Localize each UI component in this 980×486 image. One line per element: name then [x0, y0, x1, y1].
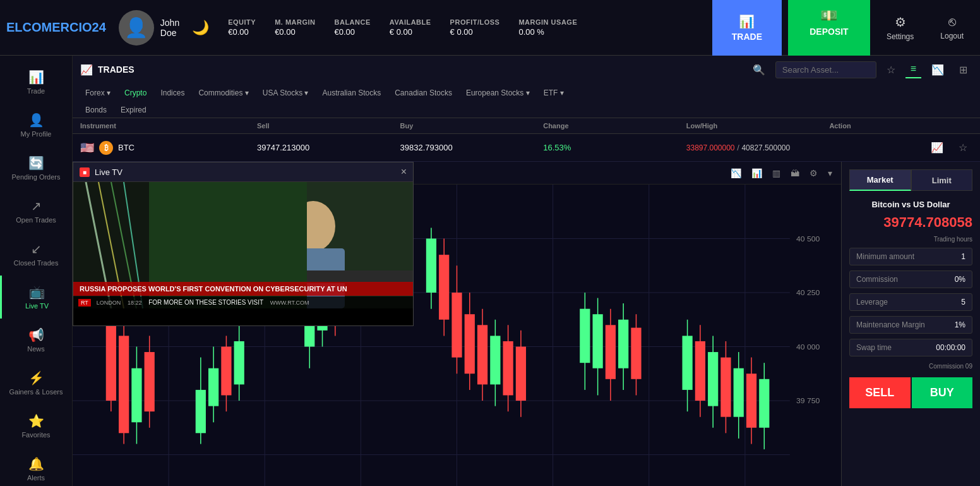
- instrument-cell: 🇺🇸 ₿ BTC: [80, 141, 257, 155]
- expand-chart-button[interactable]: ▾: [824, 166, 836, 180]
- sidebar-item-alerts[interactable]: 🔔 Alerts: [0, 447, 72, 486]
- sidebar-item-closed-trades[interactable]: ↙ Closed Trades: [0, 233, 72, 276]
- grid-view-button[interactable]: ⊞: [954, 61, 972, 78]
- svg-rect-54: [580, 309, 590, 363]
- svg-rect-70: [720, 358, 731, 417]
- star-action-button[interactable]: ☆: [953, 139, 972, 156]
- header: ELCOMERCIO24 👤 John Doe 🌙 EQUITY €0.00 M…: [0, 0, 980, 56]
- sidebar-item-live-tv[interactable]: 📺 Live TV: [0, 276, 72, 319]
- category-row: Forex Crypto Indices Commodities USA Sto…: [73, 83, 980, 102]
- logout-icon: ⎋: [948, 15, 956, 29]
- main-layout: 📊 Trade 👤 My Profile 🔄 Pending Orders ↗ …: [0, 56, 980, 486]
- svg-text:40 000: 40 000: [796, 344, 820, 351]
- cat-canadian-stocks[interactable]: Canadian Stocks: [390, 86, 457, 100]
- logo: ELCOMERCIO24: [6, 20, 106, 35]
- action-icons: 📈 ☆: [829, 139, 972, 156]
- sidebar: 📊 Trade 👤 My Profile 🔄 Pending Orders ↗ …: [0, 56, 73, 486]
- area-chart-button[interactable]: 🏔: [787, 166, 803, 180]
- svg-rect-42: [451, 293, 462, 358]
- stat-margin-usage: MARGIN USAGE 0.00 %: [518, 18, 577, 37]
- svg-rect-18: [131, 368, 141, 423]
- tv-header: ■ Live TV ×: [73, 162, 413, 182]
- sidebar-item-news[interactable]: 📢 News: [0, 319, 72, 361]
- tab-market[interactable]: Market: [849, 169, 911, 191]
- header-stats: EQUITY €0.00 M. MARGIN €0.00 BALANCE €0.…: [228, 18, 712, 37]
- cat-crypto[interactable]: Crypto: [119, 86, 152, 100]
- svg-rect-74: [746, 374, 756, 428]
- settings-button[interactable]: ⚙ Settings: [876, 8, 924, 47]
- cat-forex[interactable]: Forex: [80, 86, 116, 100]
- pair-name: Bitcoin vs US Dollar: [849, 200, 972, 209]
- stat-profit-loss: PROFIT/LOSS € 0.00: [450, 18, 500, 37]
- tab-limit[interactable]: Limit: [911, 169, 973, 191]
- svg-rect-72: [734, 368, 744, 417]
- deposit-icon: 💵: [820, 8, 837, 24]
- sidebar-item-gainers-losers[interactable]: ⚡ Gainers & Losers: [0, 361, 72, 404]
- flag-usa-icon: 🇺🇸: [80, 141, 94, 155]
- tv-close-button[interactable]: ×: [401, 166, 407, 178]
- sidebar-item-favorites[interactable]: ⭐ Favorites: [0, 404, 72, 447]
- svg-text:40 250: 40 250: [796, 289, 820, 296]
- deposit-button[interactable]: 💵 DEPOSIT: [788, 0, 870, 56]
- candle-chart-button[interactable]: 📊: [748, 166, 766, 180]
- table-header: Instrument Sell Buy Change Low/High Acti…: [73, 118, 980, 134]
- low-high-cell: 33897.000000 / 40827.500000: [686, 143, 830, 152]
- logout-button[interactable]: ⎋ Logout: [930, 8, 974, 47]
- commission-note: Commission 09: [849, 363, 972, 370]
- big-price: 39774.708058: [849, 214, 972, 231]
- search-input[interactable]: [775, 61, 876, 78]
- stat-available: AVAILABLE € 0.00: [390, 18, 431, 37]
- sidebar-item-my-profile[interactable]: 👤 My Profile: [0, 104, 72, 147]
- svg-rect-28: [234, 341, 244, 384]
- svg-rect-16: [119, 336, 129, 433]
- svg-rect-24: [208, 368, 218, 406]
- settings-chart-button[interactable]: ⚙: [806, 166, 822, 180]
- sub-bonds[interactable]: Bonds: [80, 104, 112, 116]
- sidebar-item-trade[interactable]: 📊 Trade: [0, 61, 72, 104]
- chart-icon: 📈: [80, 64, 93, 76]
- cat-indices[interactable]: Indices: [155, 86, 189, 100]
- sidebar-item-open-trades[interactable]: ↗ Open Trades: [0, 190, 72, 233]
- header-actions: 📊 TRADE 💵 DEPOSIT ⚙ Settings ⎋ Logout: [712, 0, 974, 56]
- chart-action-button[interactable]: 📈: [926, 139, 948, 156]
- ticker-badge: RT: [78, 299, 91, 307]
- bar-chart-button[interactable]: ▥: [768, 166, 784, 180]
- buy-button[interactable]: BUY: [912, 377, 973, 408]
- trade-button[interactable]: 📊 TRADE: [712, 0, 782, 56]
- star-filter-button[interactable]: ☆: [881, 61, 900, 78]
- user-name: John Doe: [160, 18, 179, 38]
- cat-european-stocks[interactable]: European Stocks: [461, 86, 535, 100]
- cat-australian-stocks[interactable]: Australian Stocks: [317, 86, 386, 100]
- svg-rect-56: [593, 314, 603, 368]
- news-icon: 📢: [28, 327, 44, 343]
- gainers-icon: ⚡: [28, 370, 44, 386]
- live-tv-overlay: ■ Live TV ×: [73, 162, 414, 326]
- sub-expired[interactable]: Expired: [116, 104, 152, 116]
- content-area: 📈 TRADES 🔍 ☆ ≡ 📉 ⊞ Forex Crypto Indices …: [73, 56, 980, 486]
- svg-rect-50: [503, 341, 513, 396]
- svg-rect-60: [618, 320, 628, 368]
- svg-rect-64: [682, 336, 692, 390]
- search-button[interactable]: 🔍: [748, 61, 770, 78]
- sell-button[interactable]: SELL: [849, 377, 911, 408]
- svg-rect-46: [477, 325, 487, 384]
- live-tv-icon: 📺: [29, 284, 45, 300]
- cat-usa-stocks[interactable]: USA Stocks: [258, 86, 314, 100]
- svg-rect-40: [439, 255, 449, 320]
- trading-hours-label: Trading hours: [849, 236, 972, 243]
- trading-panel: Market Limit Bitcoin vs US Dollar 39774.…: [841, 162, 980, 486]
- table-row[interactable]: 🇺🇸 ₿ BTC 39747.213000 39832.793000 16.53…: [73, 134, 980, 162]
- sidebar-item-pending-orders[interactable]: 🔄 Pending Orders: [0, 147, 72, 190]
- line-chart-button[interactable]: 📉: [727, 166, 745, 180]
- svg-rect-66: [695, 341, 705, 401]
- trade-icon: 📊: [731, 14, 763, 29]
- trades-title-row: 📈 TRADES 🔍 ☆ ≡ 📉 ⊞: [73, 56, 980, 83]
- pending-icon: 🔄: [28, 155, 44, 171]
- svg-text:39 750: 39 750: [796, 398, 820, 404]
- chart-area: BTC 15 Minutes ▾ 📉 📊 ▥ 🏔 ⚙ ▾: [73, 162, 841, 486]
- list-view-button[interactable]: ≡: [905, 61, 921, 78]
- line-view-button[interactable]: 📉: [926, 61, 949, 78]
- svg-rect-48: [490, 336, 500, 384]
- cat-commodities[interactable]: Commodities: [193, 86, 253, 100]
- cat-etf[interactable]: ETF: [539, 86, 569, 100]
